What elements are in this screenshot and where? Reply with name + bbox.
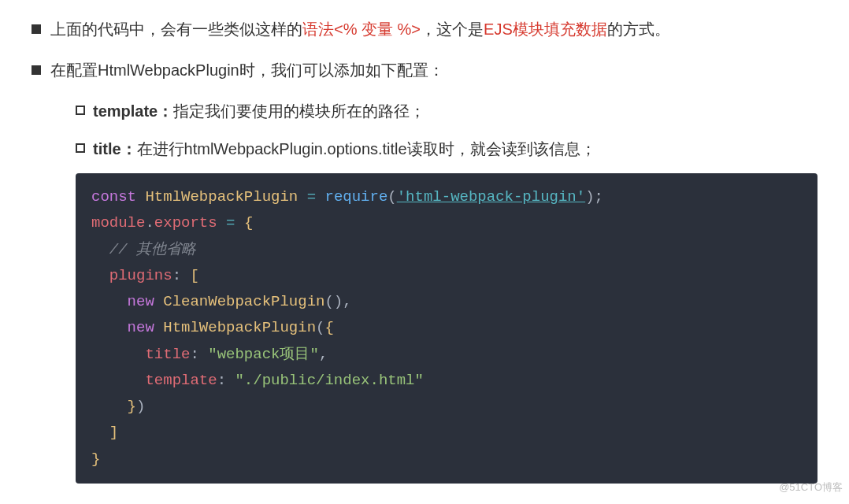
tok-exports: exports <box>154 214 217 232</box>
tok-paren: ( <box>387 188 396 206</box>
tok-title-key: title <box>145 346 190 363</box>
tok-brace: { <box>244 214 253 232</box>
tok-comma: , <box>319 346 328 363</box>
sub-list: template：指定我们要使用的模块所在的路径； title：在进行htmlW… <box>32 98 817 162</box>
tok-new: new <box>128 319 154 336</box>
tok-brace: { <box>324 319 333 336</box>
tok-paren: () <box>324 293 343 310</box>
b1-red-syntax: 语法<% 变量 %> <box>302 20 421 38</box>
tok-paren: ) <box>136 398 145 415</box>
tok-comment: // 其他省略 <box>109 241 196 258</box>
hollow-square-bullet-icon <box>76 143 85 153</box>
watermark: @51CTO博客 <box>779 480 843 495</box>
tok-colon: : <box>190 346 198 363</box>
sub1-label: template： <box>93 102 173 120</box>
tok-bracket: ] <box>109 424 118 441</box>
sub-item-template: template：指定我们要使用的模块所在的路径； <box>76 98 817 124</box>
tok-pkg-string: 'html-webpack-plugin' <box>397 188 585 206</box>
square-bullet-icon <box>32 65 41 75</box>
hollow-square-bullet-icon <box>76 106 85 115</box>
tok-require: require <box>324 188 387 206</box>
tok-const: const <box>91 188 136 206</box>
tok-paren: ( <box>316 319 324 336</box>
tok-template-val: "./public/index.html" <box>235 372 423 389</box>
tok-class-clean: CleanWebpackPlugin <box>163 293 324 310</box>
sub-item-title-text: title：在进行htmlWebpackPlugin.options.title… <box>93 135 596 162</box>
bullet-2-text: 在配置HtmlWebpackPlugin时，我们可以添加如下配置： <box>50 57 444 83</box>
tok-title-val: "webpack项目" <box>208 346 319 363</box>
bullet-item-2: 在配置HtmlWebpackPlugin时，我们可以添加如下配置： <box>32 57 817 83</box>
sub-item-template-text: template：指定我们要使用的模块所在的路径； <box>93 98 425 124</box>
tok-semi: ; <box>595 188 603 206</box>
square-bullet-icon <box>32 24 41 34</box>
tok-paren: ) <box>585 188 594 206</box>
tok-bracket: [ <box>190 267 198 284</box>
tok-class-html: HtmlWebpackPlugin <box>163 319 316 336</box>
tok-new: new <box>128 293 154 310</box>
tok-colon: : <box>217 372 226 389</box>
sub2-text: 在进行htmlWebpackPlugin.options.title读取时，就会… <box>137 140 596 158</box>
tok-eq: = <box>226 214 235 232</box>
bullet-1-text: 上面的代码中，会有一些类似这样的语法<% 变量 %>，这个是EJS模块填充数据的… <box>50 16 670 43</box>
tok-comma: , <box>343 293 351 310</box>
tok-module: module <box>91 214 145 232</box>
b1-post: 的方式。 <box>607 20 670 38</box>
code-block: const HtmlWebpackPlugin = require('html-… <box>76 173 817 484</box>
tok-brace: } <box>91 450 100 468</box>
tok-dot: . <box>145 214 154 232</box>
tok-plugins: plugins <box>109 267 172 284</box>
tok-colon: : <box>172 267 181 284</box>
tok-brace: } <box>128 398 136 415</box>
tok-eq: = <box>307 188 316 206</box>
bullet-item-1: 上面的代码中，会有一些类似这样的语法<% 变量 %>，这个是EJS模块填充数据的… <box>32 16 817 43</box>
sub1-text: 指定我们要使用的模块所在的路径； <box>173 102 425 120</box>
tok-template-key: template <box>145 372 217 389</box>
tok-class-html: HtmlWebpackPlugin <box>145 188 298 206</box>
sub2-label: title： <box>93 140 137 158</box>
sub-item-title: title：在进行htmlWebpackPlugin.options.title… <box>76 135 817 162</box>
b1-mid: ，这个是 <box>421 20 484 38</box>
b1-pre: 上面的代码中，会有一些类似这样的 <box>50 20 302 38</box>
b1-red-ejs: EJS模块填充数据 <box>484 20 607 38</box>
